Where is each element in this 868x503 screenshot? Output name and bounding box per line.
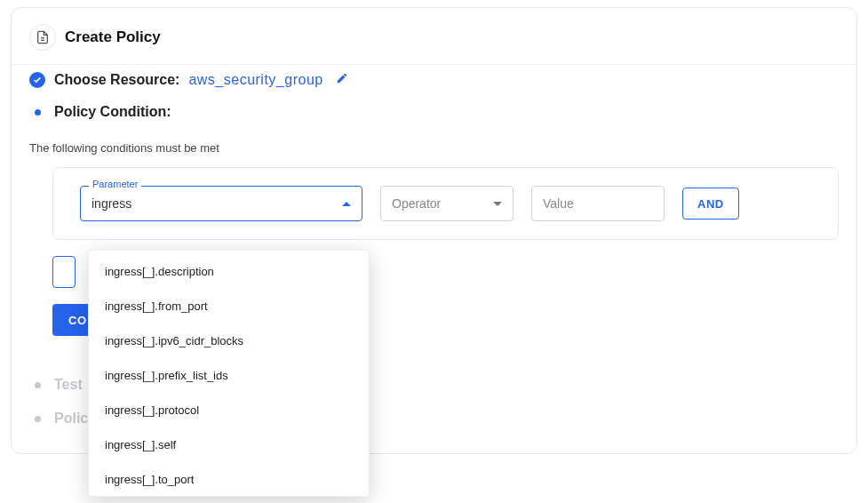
confirm-button-partial[interactable]: CO [52, 304, 92, 336]
dropdown-option[interactable]: ingress[_].from_port [89, 289, 369, 323]
policy-condition-label: Policy Condition: [54, 104, 171, 120]
parameter-dropdown-panel: ingress[_].description ingress[_].from_p… [88, 250, 370, 497]
and-button[interactable]: AND [682, 188, 739, 220]
check-circle-icon [29, 72, 45, 88]
step-choose-resource: Choose Resource: aws_security_group [29, 72, 839, 88]
value-input[interactable] [531, 186, 665, 221]
resource-value-link[interactable]: aws_security_group [188, 72, 323, 88]
chevron-down-icon [493, 202, 502, 206]
bullet-gray-icon [29, 411, 45, 427]
operator-select[interactable]: Operator [380, 186, 514, 221]
dropdown-option[interactable]: ingress[_].description [89, 254, 369, 289]
dropdown-option[interactable]: ingress[_].ipv6_cidr_blocks [89, 323, 369, 358]
page-title: Create Policy [65, 28, 161, 46]
parameter-field: Parameter ingress [80, 186, 362, 221]
card-header: Create Policy [12, 8, 856, 64]
conditions-helper-text: The following conditions must be met [12, 136, 856, 167]
bullet-active-icon [29, 104, 45, 120]
step-policy-condition: Policy Condition: [29, 104, 839, 120]
dropdown-option[interactable]: ingress[_].to_port [89, 462, 369, 492]
parameter-floating-label: Parameter [89, 179, 141, 189]
condition-row-card: Parameter ingress Operator AND [52, 167, 839, 240]
parameter-combobox[interactable]: ingress [80, 186, 362, 221]
bullet-gray-icon [29, 377, 45, 393]
dropdown-option[interactable]: ingress[_].self [89, 427, 369, 462]
chevron-up-icon [342, 202, 351, 206]
dropdown-scroll[interactable]: ingress[_].description ingress[_].from_p… [89, 254, 369, 492]
pencil-icon[interactable] [336, 72, 348, 88]
steps-section: Choose Resource: aws_security_group Poli… [12, 65, 856, 136]
dropdown-option[interactable]: ingress[_].prefix_list_ids [89, 358, 369, 393]
dropdown-option[interactable]: ingress[_].protocol [89, 393, 369, 427]
choose-resource-label: Choose Resource: [54, 72, 179, 88]
operator-placeholder: Operator [392, 196, 441, 211]
document-icon [29, 24, 56, 51]
or-button-partial[interactable] [52, 256, 76, 288]
parameter-selected-value: ingress [92, 196, 131, 211]
step-test-label: Test [54, 377, 83, 393]
